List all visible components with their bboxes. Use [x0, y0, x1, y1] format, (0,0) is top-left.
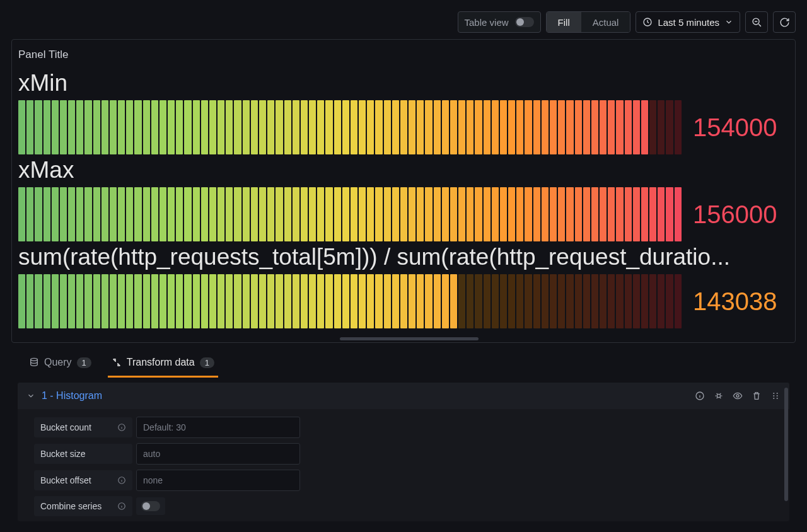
gauge-segment — [118, 100, 125, 154]
gauge-segment — [508, 274, 515, 328]
combine-series-label: Combine series — [40, 501, 102, 511]
transform-actions — [695, 391, 781, 401]
bucket-offset-label: Bucket offset — [40, 475, 91, 485]
tab-query[interactable]: Query 1 — [25, 352, 95, 378]
combine-series-toggle[interactable] — [141, 501, 160, 511]
time-range-picker[interactable]: Last 5 minutes — [636, 11, 740, 33]
gauge-segment — [625, 100, 632, 154]
gauge-segment — [317, 187, 324, 241]
gauge-segment — [168, 274, 175, 328]
bucket-count-input[interactable] — [136, 417, 300, 438]
info-icon[interactable] — [117, 476, 126, 485]
gauge-segment — [234, 187, 241, 241]
chevron-down-icon — [724, 18, 733, 26]
tab-transform-label: Transform data — [127, 357, 195, 368]
gauge-segment — [484, 187, 491, 241]
gauge-segment — [301, 100, 308, 154]
panel: Panel Title xMin154000xMax156000sum(rate… — [11, 39, 796, 343]
panel-title: Panel Title — [12, 46, 795, 70]
gauge-segment — [600, 187, 607, 241]
gauge-label: sum(rate(http_requests_total[5m])) / sum… — [18, 244, 789, 270]
info-icon[interactable] — [117, 502, 126, 511]
gauge-segment — [434, 100, 441, 154]
gauge-segment — [550, 187, 557, 241]
gauge-segment — [176, 274, 183, 328]
gauge-bars — [18, 100, 682, 154]
gauge-segment — [276, 187, 282, 241]
gauge-segment — [375, 187, 382, 241]
gauge-segment — [616, 100, 623, 154]
gauge-segment — [201, 274, 208, 328]
transform-section: 1 - Histogram Bucket count Bucket size B… — [18, 383, 789, 521]
gauge-segment — [566, 274, 573, 328]
gauge-segment — [458, 187, 465, 241]
drag-handle-icon[interactable] — [770, 391, 781, 401]
gauge-segment — [351, 100, 357, 154]
gauge-segment — [400, 187, 407, 241]
gauge-segment — [176, 187, 183, 241]
gauge-segment — [367, 100, 374, 154]
gauge-segment — [151, 100, 158, 154]
panel-scrollbar[interactable] — [340, 337, 479, 340]
gauge-segment — [93, 274, 100, 328]
gauge-segment — [658, 274, 665, 328]
gauge-segment — [525, 274, 531, 328]
gauge-segment — [317, 100, 324, 154]
gauge-segment — [267, 187, 274, 241]
gauge-segment — [616, 274, 623, 328]
gauge-segment — [533, 187, 540, 241]
gauge-segment — [118, 187, 125, 241]
gauge-segment — [26, 187, 33, 241]
transform-scrollbar[interactable] — [784, 388, 788, 501]
gauge-segment — [44, 187, 50, 241]
bucket-offset-input[interactable] — [136, 470, 300, 491]
eye-icon[interactable] — [733, 391, 743, 401]
transform-title[interactable]: 1 - Histogram — [42, 390, 102, 402]
svg-point-11 — [777, 398, 778, 399]
gauge-segment — [126, 274, 133, 328]
gauge-segment — [467, 100, 473, 154]
chevron-down-icon[interactable] — [26, 391, 35, 400]
gauge-segment — [442, 274, 449, 328]
gauge-segment — [35, 100, 42, 154]
gauge-segment — [450, 100, 457, 154]
gauge-segment — [267, 100, 274, 154]
gauge-segment — [649, 187, 656, 241]
zoom-out-button[interactable] — [745, 11, 768, 33]
gauge-row: sum(rate(http_requests_total[5m])) / sum… — [12, 244, 795, 331]
gauge-segment — [425, 274, 432, 328]
table-view-toggle[interactable] — [515, 17, 534, 27]
bucket-size-input[interactable] — [136, 443, 300, 465]
gauge-segment — [641, 100, 648, 154]
actual-button[interactable]: Actual — [581, 12, 630, 32]
gauge-segment — [392, 274, 399, 328]
info-icon[interactable] — [695, 391, 705, 401]
gauge-segment — [591, 187, 598, 241]
gauge-segment — [18, 100, 25, 154]
fill-button[interactable]: Fill — [547, 12, 581, 32]
gauge-segment — [168, 100, 175, 154]
gauge-segment — [525, 187, 531, 241]
refresh-button[interactable] — [773, 11, 796, 33]
gauge-segment — [193, 187, 200, 241]
gauge-segment — [625, 274, 632, 328]
gauge-segment — [234, 100, 241, 154]
trash-icon[interactable] — [752, 391, 762, 401]
gauge-segment — [160, 274, 166, 328]
gauge-segment — [134, 187, 141, 241]
gauge-segment — [608, 274, 615, 328]
gauge-segment — [151, 274, 158, 328]
gauge-value: 143038 — [693, 287, 777, 316]
gauge-segment — [209, 187, 216, 241]
gauge-segment — [84, 100, 91, 154]
bucket-count-label: Bucket count — [40, 422, 91, 432]
gauge-segment — [641, 274, 648, 328]
debug-icon[interactable] — [714, 391, 724, 401]
tab-transform[interactable]: Transform data 1 — [108, 352, 218, 378]
gauge-segment — [143, 274, 150, 328]
info-icon[interactable] — [117, 423, 126, 432]
gauge-segment — [575, 187, 582, 241]
svg-point-6 — [773, 393, 774, 394]
gauge-segment — [209, 100, 216, 154]
gauge-segment — [151, 187, 158, 241]
